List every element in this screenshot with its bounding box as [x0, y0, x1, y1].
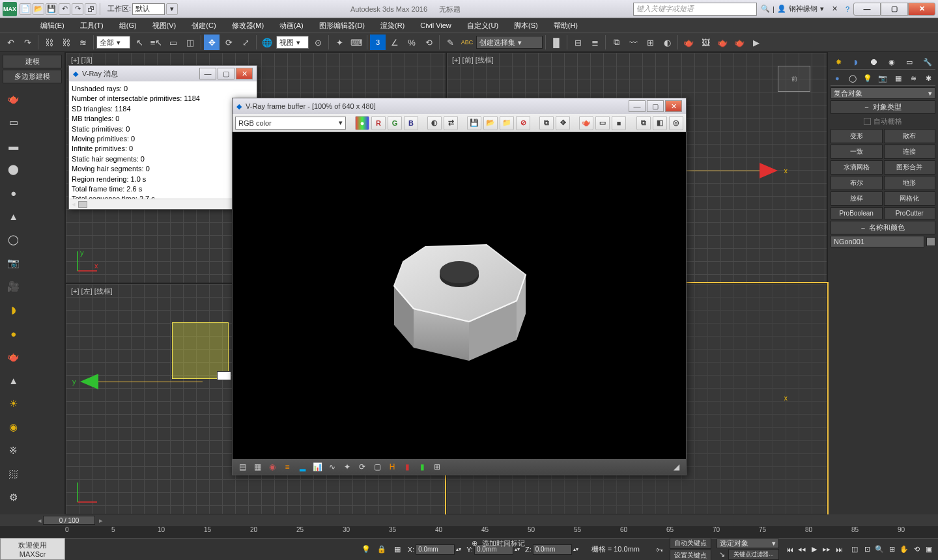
- plane-preset-icon[interactable]: ▬: [6, 138, 21, 154]
- workspace-combo[interactable]: 默认: [132, 3, 165, 15]
- orbit-icon[interactable]: ⟲: [911, 544, 922, 555]
- snap-toggle-icon[interactable]: 3: [370, 35, 386, 50]
- key-tangent-icon[interactable]: ↘: [717, 550, 727, 560]
- btn-mesher[interactable]: 网格化: [884, 191, 936, 206]
- vfb-b11-icon[interactable]: H: [386, 461, 398, 473]
- vfb-b13-icon[interactable]: ▮: [416, 461, 428, 473]
- menu-create[interactable]: 创建(C): [184, 18, 223, 33]
- btn-morph[interactable]: 变形: [831, 129, 883, 143]
- isolate-icon[interactable]: ◫: [849, 544, 860, 555]
- align-icon[interactable]: ⊟: [570, 35, 586, 50]
- coord-x-input[interactable]: [416, 544, 455, 555]
- vfb-b2-icon[interactable]: ▦: [251, 461, 263, 473]
- edit-named-sel-icon[interactable]: ✎: [442, 35, 458, 50]
- autokey-button[interactable]: 自动关键点: [670, 537, 711, 549]
- zoom-all-icon[interactable]: ⊞: [887, 544, 897, 555]
- menu-animation[interactable]: 动画(A): [272, 18, 311, 33]
- teapot2-icon[interactable]: 🫖: [6, 349, 21, 365]
- vfb-g-button[interactable]: G: [388, 116, 402, 130]
- vfb-b-button[interactable]: B: [404, 116, 418, 130]
- vfb-r-button[interactable]: R: [371, 116, 386, 130]
- exchange-icon[interactable]: ✕: [832, 5, 838, 13]
- vfb-clear-icon[interactable]: ⊘: [516, 116, 530, 130]
- render-iterative-icon[interactable]: 🫖: [732, 35, 747, 50]
- modeling-tab[interactable]: 建模: [3, 55, 62, 68]
- time-slider[interactable]: ◂ 0 / 100 ▸: [0, 514, 938, 526]
- undo-button[interactable]: ↶: [3, 35, 18, 50]
- ref-coord-icon[interactable]: 🌐: [259, 35, 275, 50]
- poly-modeling-tab[interactable]: 多边形建模: [3, 70, 62, 83]
- sun-light-icon[interactable]: ☀: [6, 396, 21, 412]
- select-object-icon[interactable]: ↖: [132, 35, 147, 50]
- motion-tab-icon[interactable]: ◉: [887, 57, 897, 67]
- goto-end-icon[interactable]: ⏭: [834, 544, 844, 555]
- redo-button[interactable]: ↷: [20, 35, 35, 50]
- vfb-load-icon[interactable]: 📂: [483, 116, 498, 130]
- zoom-icon[interactable]: 🔍: [874, 544, 885, 555]
- vray-msg-minimize[interactable]: —: [199, 68, 216, 79]
- teapot-preset-icon[interactable]: 🫖: [6, 91, 21, 107]
- create-tab-icon[interactable]: ✸: [833, 57, 844, 67]
- vfb-b4-icon[interactable]: ≡: [281, 461, 293, 473]
- dome-icon[interactable]: ◗: [6, 302, 21, 318]
- btn-boolean[interactable]: 布尔: [831, 176, 883, 190]
- cone-preset-icon[interactable]: ▲: [6, 208, 21, 224]
- torus-preset-icon[interactable]: ◯: [6, 232, 21, 247]
- link-button[interactable]: ⛓: [41, 35, 57, 50]
- vfb-stop-icon[interactable]: ■: [612, 116, 626, 130]
- shapes-cat-icon[interactable]: ◯: [847, 73, 858, 83]
- named-selection-combo[interactable]: 创建选择集▾: [476, 36, 543, 49]
- lightbulb-icon[interactable]: 💡: [361, 544, 371, 555]
- sphere2-icon[interactable]: ●: [6, 326, 21, 341]
- btn-scatter[interactable]: 散布: [884, 129, 936, 143]
- btn-proboolean[interactable]: ProBoolean: [831, 207, 883, 219]
- geometry-cat-icon[interactable]: ●: [832, 73, 842, 83]
- menu-rendering[interactable]: 渲染(R): [373, 18, 412, 33]
- select-manipulate-icon[interactable]: ✦: [332, 35, 347, 50]
- modify-tab-icon[interactable]: ◗: [851, 57, 861, 67]
- menu-help[interactable]: 帮助(H): [546, 18, 586, 33]
- camera2-preset-icon[interactable]: 🎥: [6, 279, 21, 294]
- select-scale-icon[interactable]: ⤢: [238, 35, 253, 50]
- toggle-ribbon-icon[interactable]: ⧉: [608, 35, 624, 50]
- lights-cat-icon[interactable]: 💡: [862, 73, 873, 83]
- btn-shapemerge[interactable]: 图形合并: [884, 160, 936, 175]
- menu-maxscript[interactable]: 脚本(S): [506, 18, 546, 33]
- vfb-b6-icon[interactable]: 📊: [311, 461, 323, 473]
- btn-terrain[interactable]: 地形: [884, 176, 936, 190]
- vfb-track-icon[interactable]: ✥: [556, 116, 570, 130]
- name-color-rollout[interactable]: −名称和颜色: [831, 221, 935, 234]
- material-editor-icon[interactable]: ◐: [659, 35, 675, 50]
- vfb-minimize[interactable]: —: [629, 100, 646, 112]
- open-icon[interactable]: 📂: [33, 3, 44, 15]
- gizmo-handle[interactable]: [217, 371, 231, 380]
- btn-procutter[interactable]: ProCutter: [884, 207, 936, 219]
- vfb-swap-icon[interactable]: ⇄: [444, 116, 458, 130]
- vfb-render-view[interactable]: [233, 132, 686, 459]
- menu-modifiers[interactable]: 修改器(M): [224, 18, 272, 33]
- save-icon[interactable]: 💾: [46, 3, 57, 15]
- vfb-cc-icon[interactable]: ◧: [653, 116, 667, 130]
- vfb-history-icon[interactable]: ⧉: [636, 116, 651, 130]
- hierarchy-tab-icon[interactable]: ⯃: [869, 57, 879, 67]
- max-viewport-icon[interactable]: ▣: [924, 544, 934, 555]
- box-preset-icon[interactable]: ▭: [6, 115, 21, 130]
- vfb-b3-icon[interactable]: ◉: [266, 461, 278, 473]
- render-production-icon[interactable]: 🫖: [715, 35, 730, 50]
- maximize-button[interactable]: ▢: [881, 3, 908, 16]
- setkey-button[interactable]: 设置关键点: [670, 550, 711, 560]
- layers-icon[interactable]: ≣: [587, 35, 603, 50]
- keyboard-shortcuts-icon[interactable]: ⌨: [348, 35, 364, 50]
- omni-light-icon[interactable]: ◉: [6, 419, 21, 435]
- gear-preset-icon[interactable]: ⚙: [6, 490, 21, 505]
- vfb-copy-icon[interactable]: ⧉: [539, 116, 554, 130]
- select-region-icon[interactable]: ▭: [165, 35, 181, 50]
- camera-preset-icon[interactable]: 📷: [6, 255, 21, 271]
- selection-filter-combo[interactable]: 全部▾: [96, 36, 130, 49]
- menu-civilview[interactable]: Civil View: [412, 18, 459, 33]
- vray-msg-scrollbar[interactable]: ◂▸: [69, 199, 257, 209]
- vray-msg-maximize[interactable]: ▢: [218, 68, 234, 79]
- redo-icon[interactable]: ↷: [72, 3, 83, 15]
- vfb-channel-combo[interactable]: RGB color▾: [235, 117, 346, 130]
- vfb-lens-icon[interactable]: ◎: [669, 116, 683, 130]
